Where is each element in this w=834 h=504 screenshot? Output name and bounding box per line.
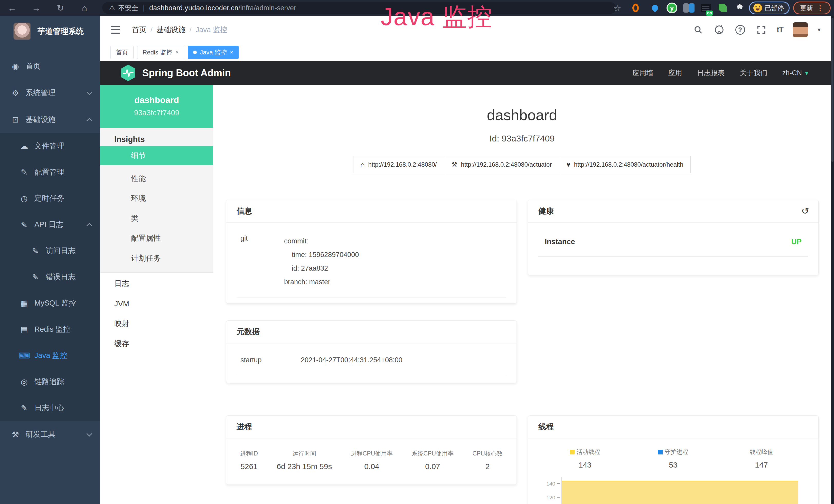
y-tick-140: 140 — [541, 481, 555, 487]
extensions-puzzle-icon[interactable] — [734, 2, 745, 14]
eye-icon: ◎ — [19, 377, 30, 387]
metadata-card-title: 元数据 — [226, 321, 517, 343]
extension-list-icon[interactable]: on — [700, 2, 711, 14]
close-icon[interactable]: × — [230, 49, 233, 56]
metadata-card: 元数据 startup 2021-04-27T00:44:31.254+08:0… — [226, 320, 517, 383]
sidebar-item-error-logs[interactable]: ✎ 错误日志 — [0, 264, 100, 290]
instance-sidebar: dashboard 93a3fc7f7409 Insights 细节 性能 环境… — [100, 85, 213, 504]
menu-item-classes[interactable]: 类 — [100, 209, 213, 228]
menu-item-jvm[interactable]: JVM — [100, 294, 213, 314]
caret-down-icon: ▾ — [805, 69, 808, 77]
extension-colorzilla-icon[interactable] — [632, 2, 644, 14]
sidebar-item-system[interactable]: ⚙ 系统管理 — [0, 79, 100, 106]
sidebar-collapse-button[interactable] — [111, 26, 120, 33]
sidebar-item-tracing[interactable]: ◎ 链路追踪 — [0, 369, 100, 395]
page-scrollbar[interactable] — [831, 16, 834, 504]
font-size-icon[interactable]: tT — [777, 25, 783, 35]
dashboard-icon: ◉ — [10, 62, 21, 71]
instance-links: ⌂ http://192.168.0.2:48080/ ⚒ http://192… — [213, 156, 831, 173]
sba-nav-journal[interactable]: 日志报表 — [697, 68, 725, 77]
breadcrumb-infra[interactable]: 基础设施 — [157, 25, 185, 35]
page-instance-id: Id: 93a3fc7f7409 — [213, 134, 831, 143]
sba-content: dashboard 93a3fc7f7409 Insights 细节 性能 环境… — [100, 85, 831, 504]
sba-nav-about[interactable]: 关于我们 — [740, 68, 767, 77]
sidebar-item-access-logs[interactable]: ✎ 访问日志 — [0, 238, 100, 264]
search-icon[interactable] — [693, 24, 704, 36]
sidebar-item-dev-tools[interactable]: ⚒ 研发工具 — [0, 421, 100, 448]
sidebar-item-java-monitor[interactable]: ⌨ Java 监控 — [0, 343, 100, 369]
sba-locale-select[interactable]: zh-CN ▾ — [782, 69, 808, 77]
menu-item-caches[interactable]: 缓存 — [100, 334, 213, 354]
tab-home[interactable]: 首页 — [110, 46, 134, 59]
stat-uptime: 运行时间 6d 23h 15m 59s — [277, 450, 332, 471]
close-icon[interactable]: × — [175, 49, 179, 56]
log-icon: ✎ — [30, 246, 41, 256]
fullscreen-icon[interactable] — [756, 24, 767, 36]
threads-chart: 140 120 100 — [541, 477, 806, 504]
instance-header[interactable]: dashboard 93a3fc7f7409 — [100, 85, 213, 128]
sba-brand[interactable]: Spring Boot Admin — [120, 64, 231, 82]
extension-grid-icon[interactable] — [683, 2, 695, 14]
browser-reload-button[interactable]: ↻ — [48, 3, 72, 13]
history-icon[interactable]: ↺ — [802, 206, 809, 216]
health-url-button[interactable]: ♥ http://192.168.0.2:48080/actuator/heal… — [559, 156, 691, 173]
browser-back-button[interactable]: ← — [0, 3, 24, 13]
insights-section: Insights 细节 性能 环境 类 配置属性 计划任务 — [100, 128, 213, 273]
info-card-title: 信息 — [226, 200, 517, 223]
tab-java-monitor[interactable]: Java 监控 × — [188, 46, 239, 59]
menu-item-details[interactable]: 细节 — [100, 146, 213, 165]
github-icon[interactable] — [714, 24, 725, 36]
menu-item-mappings[interactable]: 映射 — [100, 314, 213, 334]
user-menu-caret-icon[interactable]: ▾ — [817, 26, 821, 33]
help-icon[interactable]: ? — [734, 24, 746, 36]
address-separator: | — [143, 4, 145, 12]
insights-section-label: Insights — [114, 135, 145, 144]
browser-profile-paused-badge[interactable]: 已暂停 — [749, 2, 790, 15]
extension-pin-icon[interactable] — [649, 2, 661, 14]
instance-url-button[interactable]: ⌂ http://192.168.0.2:48080/ — [353, 156, 444, 173]
browser-update-button[interactable]: 更新 ⋮ — [793, 2, 831, 15]
tag-tab-bar: 首页 Redis 监控 × Java 监控 × — [100, 44, 831, 61]
menu-item-metrics[interactable]: 性能 — [100, 169, 213, 188]
sidebar-item-api-logs[interactable]: ✎ API 日志 — [0, 211, 100, 238]
sba-nav-wallboard[interactable]: 应用墙 — [632, 68, 653, 77]
bookmark-star-icon[interactable]: ☆ — [613, 3, 621, 13]
address-bar[interactable]: ⚠ 不安全 | dashboard.yudao.iocoder.cn /infr… — [102, 2, 616, 14]
browser-menu-icon[interactable]: ⋮ — [816, 4, 824, 12]
browser-home-button[interactable]: ⌂ — [72, 3, 96, 13]
extension-y-icon[interactable]: y — [666, 2, 678, 14]
page-annotation: Java 监控 — [381, 1, 492, 34]
user-avatar[interactable] — [793, 22, 808, 37]
security-label[interactable]: 不安全 — [118, 4, 138, 13]
instance-id: 93a3fc7f7409 — [100, 109, 213, 117]
sidebar-item-log-center[interactable]: ✎ 日志中心 — [0, 395, 100, 421]
stat-live-threads: 活动线程 143 — [541, 448, 629, 469]
menu-item-environment[interactable]: 环境 — [100, 189, 213, 208]
browser-forward-button[interactable]: → — [24, 3, 48, 13]
stat-daemon-threads: 守护进程 53 — [629, 448, 717, 469]
breadcrumb-home[interactable]: 首页 — [132, 25, 147, 35]
health-card: 健康 ↺ Instance UP — [528, 200, 818, 275]
sidebar-item-redis-monitor[interactable]: ▤ Redis 监控 — [0, 316, 100, 343]
sba-nav-applications[interactable]: 应用 — [668, 68, 682, 77]
sidebar-item-home[interactable]: ◉ 首页 — [0, 53, 100, 79]
app-logo-row: 芋道管理系统 — [0, 16, 100, 40]
sidebar-item-infra[interactable]: ⊡ 基础设施 — [0, 106, 100, 133]
sidebar-item-config[interactable]: ✎ 配置管理 — [0, 159, 100, 185]
wrench-icon: ⚒ — [451, 161, 457, 169]
url-path: /infra/admin-server — [238, 4, 296, 12]
stat-system-cpu: 系统CPU使用率 0.07 — [412, 450, 454, 471]
extension-leaf-icon[interactable] — [717, 2, 728, 14]
actuator-url-button[interactable]: ⚒ http://192.168.0.2:48080/actuator — [444, 156, 559, 173]
sidebar-item-mysql-monitor[interactable]: ▦ MySQL 监控 — [0, 290, 100, 316]
sidebar-item-files[interactable]: ☁ 文件管理 — [0, 133, 100, 159]
menu-item-logs[interactable]: 日志 — [100, 274, 213, 294]
sidebar-item-scheduled-jobs[interactable]: ◷ 定时任务 — [0, 185, 100, 211]
tab-redis-monitor[interactable]: Redis 监控 × — [137, 46, 184, 59]
menu-item-config-props[interactable]: 配置属性 — [100, 229, 213, 248]
scrollbar-thumb[interactable] — [831, 18, 833, 162]
log-icon: ✎ — [30, 272, 41, 282]
menu-item-scheduled-tasks[interactable]: 计划任务 — [100, 249, 213, 268]
process-card-title: 进程 — [226, 416, 517, 438]
chevron-up-icon — [87, 223, 92, 229]
